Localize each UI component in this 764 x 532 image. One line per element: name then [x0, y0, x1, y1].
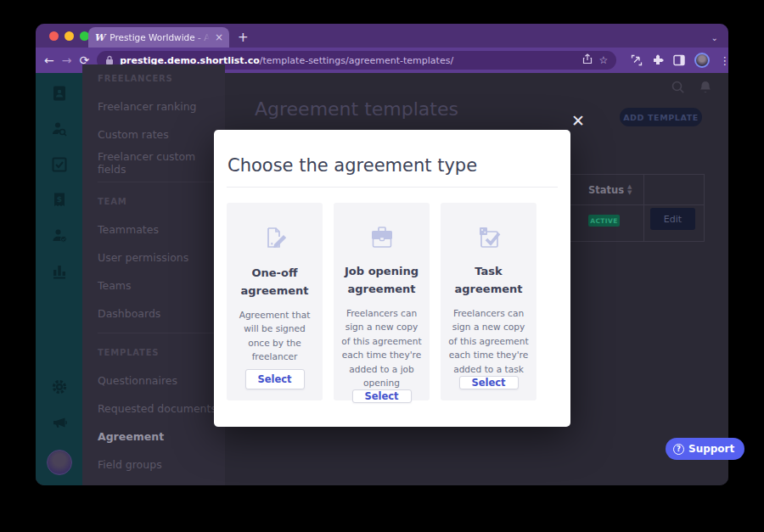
browser-tab[interactable]: W Prestige Worldwide - Agreeme ×: [88, 27, 229, 48]
add-template-button[interactable]: ADD TEMPLATE: [620, 108, 702, 126]
search-icon[interactable]: [671, 80, 686, 95]
browser-titlebar: W Prestige Worldwide - Agreeme × + ⌄: [36, 24, 728, 48]
agreement-type-modal: Choose the agreement type One-off agreem…: [214, 130, 570, 427]
dashboards-chart-icon[interactable]: [51, 263, 68, 280]
edit-button[interactable]: Edit: [650, 208, 695, 230]
card-one-off-agreement: One-off agreement Agreement that will be…: [227, 203, 323, 400]
page-title: Agreement templates: [255, 98, 458, 120]
select-job-opening-button[interactable]: Select: [352, 389, 412, 403]
back-button[interactable]: ←: [44, 53, 54, 67]
questionnaire-check-icon[interactable]: [51, 156, 68, 173]
browser-menu-icon[interactable]: ⋮: [719, 54, 728, 67]
site-favicon-icon: W: [94, 32, 104, 43]
card-title: Task agreement: [447, 262, 530, 299]
modal-divider: [227, 187, 558, 188]
modal-close-icon[interactable]: ✕: [569, 111, 587, 130]
notifications-bell-icon[interactable]: [698, 80, 713, 95]
tab-close-icon[interactable]: ×: [215, 32, 223, 42]
close-window-button[interactable]: [49, 31, 59, 41]
tab-overview-chevron-icon[interactable]: ⌄: [711, 33, 718, 42]
status-column-header[interactable]: Status: [588, 184, 624, 196]
icon-rail: $: [36, 73, 82, 485]
sidebar-item-dashboards[interactable]: Dashboards: [98, 300, 225, 328]
new-tab-button[interactable]: +: [238, 30, 249, 45]
table-column-divider: [643, 175, 644, 241]
sidebar-item-teammates[interactable]: Teammates: [98, 216, 225, 244]
agreement-type-cards: One-off agreement Agreement that will be…: [227, 203, 558, 400]
sidebar-item-teams[interactable]: Teams: [98, 272, 225, 300]
bookmark-star-icon[interactable]: ☆: [598, 54, 608, 66]
section-label: TEAM: [98, 188, 225, 216]
status-badge: ACTIVE: [588, 215, 620, 227]
card-title: One-off agreement: [233, 264, 316, 300]
card-title: Job opening agreement: [340, 262, 423, 299]
sidebar-section-templates: TEMPLATES Questionnaires Requested docum…: [98, 333, 225, 479]
tab-capture-icon[interactable]: [631, 54, 643, 66]
section-label: TEMPLATES: [98, 339, 225, 367]
traffic-lights: [49, 31, 89, 41]
forward-button[interactable]: →: [62, 53, 72, 67]
tab-title: Prestige Worldwide - Agreeme: [110, 32, 210, 42]
user-avatar[interactable]: [47, 450, 72, 475]
document-pencil-icon: [259, 221, 291, 255]
settings-sidebar: FREELANCERS Freelancer ranking Custom ra…: [82, 64, 225, 485]
sort-arrows-icon[interactable]: ▲▼: [627, 184, 632, 196]
question-mark-icon: ?: [673, 444, 684, 455]
freelancer-search-icon[interactable]: [51, 120, 68, 137]
card-job-opening-agreement: Job opening agreement Freelancers can si…: [334, 203, 430, 400]
support-label: Support: [688, 443, 734, 455]
sidebar-section-freelancers: FREELANCERS Freelancer ranking Custom ra…: [98, 64, 225, 176]
announcements-megaphone-icon[interactable]: [51, 414, 68, 431]
sidebar-item-freelancer-ranking[interactable]: Freelancer ranking: [98, 92, 225, 120]
share-icon[interactable]: [582, 53, 593, 67]
svg-text:$: $: [56, 195, 61, 204]
task-check-icon: [473, 221, 505, 254]
sidebar-section-team: TEAM Teammates User permissions Teams Da…: [98, 182, 225, 328]
section-label: FREELANCERS: [98, 64, 225, 92]
select-one-off-button[interactable]: Select: [245, 369, 305, 389]
settings-gear-icon[interactable]: [51, 378, 68, 395]
browser-profile-avatar[interactable]: [694, 53, 710, 68]
card-description: Freelancers can sign a new copy of this …: [447, 306, 530, 376]
url-path: /template-settings/agreement-templates/: [260, 55, 453, 66]
toolbar-right-icons: ⋮: [631, 53, 728, 68]
side-panel-icon[interactable]: [673, 54, 685, 66]
sidebar-item-questionnaires[interactable]: Questionnaires: [98, 367, 225, 395]
card-task-agreement: Task agreement Freelancers can sign a ne…: [441, 203, 536, 400]
sidebar-item-requested-documents[interactable]: Requested documents: [98, 395, 225, 423]
sidebar-item-user-permissions[interactable]: User permissions: [98, 244, 225, 272]
browser-window: W Prestige Worldwide - Agreeme × + ⌄ ← →…: [36, 24, 728, 485]
card-description: Agreement that will be signed once by th…: [233, 308, 316, 364]
minimize-window-button[interactable]: [65, 31, 74, 41]
rates-receipt-icon[interactable]: $: [51, 192, 68, 209]
select-task-button[interactable]: Select: [459, 376, 519, 389]
briefcase-icon: [366, 221, 398, 254]
teammates-icon[interactable]: [51, 227, 68, 244]
support-button[interactable]: ? Support: [666, 438, 744, 460]
sidebar-item-custom-rates[interactable]: Custom rates: [98, 120, 225, 148]
card-description: Freelancers can sign a new copy of this …: [340, 306, 423, 389]
sidebar-item-freelancer-custom-fields[interactable]: Freelancer custom fields: [98, 148, 225, 176]
modal-title: Choose the agreement type: [227, 155, 558, 176]
extensions-puzzle-icon[interactable]: [652, 54, 664, 66]
sidebar-item-agreement[interactable]: Agreement: [98, 423, 225, 451]
sidebar-item-field-groups[interactable]: Field groups: [98, 451, 225, 479]
freelancers-contacts-icon[interactable]: [51, 85, 68, 102]
